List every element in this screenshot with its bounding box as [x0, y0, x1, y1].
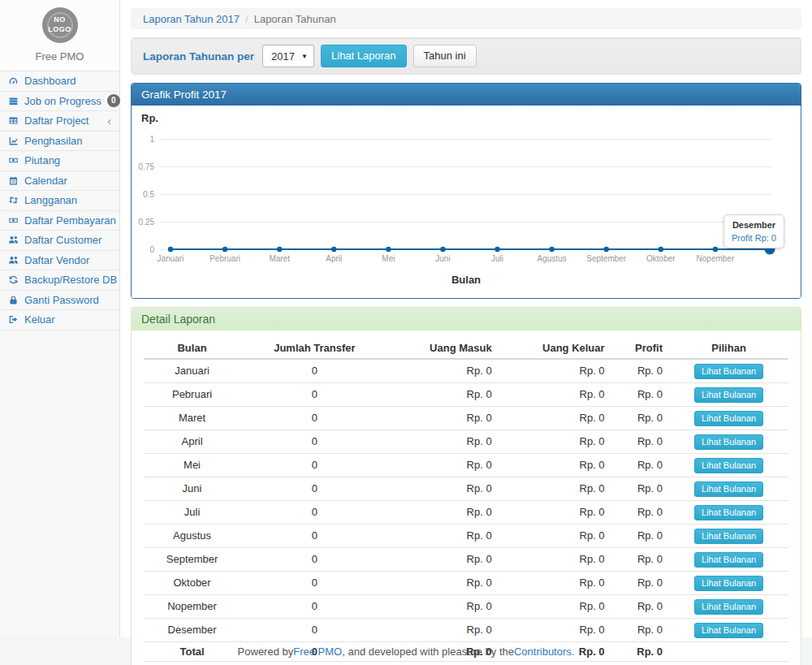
sidebar-item-dashboard[interactable]: Dashboard	[0, 71, 119, 92]
cell-uang-keluar: Rp. 0	[499, 619, 611, 642]
cell-uang-masuk: Rp. 0	[389, 572, 499, 595]
table-row: Juli0Rp. 0Rp. 0Rp. 0Lihat Bulanan	[144, 501, 788, 525]
x-tick-label: Juli	[491, 254, 503, 263]
lihat-bulanan-button[interactable]: Lihat Bulanan	[694, 458, 763, 473]
cell-jumlah-transfer: 0	[240, 477, 389, 501]
calendar-icon	[8, 175, 19, 186]
sidebar-item-label: Daftar Customer	[24, 234, 102, 246]
table-row: Maret0Rp. 0Rp. 0Rp. 0Lihat Bulanan	[144, 407, 788, 430]
cell-uang-keluar: Rp. 0	[499, 595, 611, 619]
cell-jumlah-transfer: 0	[240, 430, 389, 454]
cell-jumlah-transfer: 0	[240, 383, 389, 407]
refresh-icon	[8, 274, 19, 285]
detail-table: BulanJumlah TransferUang MasukUang Kelua…	[144, 339, 788, 662]
sidebar-item-label: Daftar Vendor	[24, 254, 89, 266]
cell-bulan: September	[144, 548, 240, 572]
cell-pilihan: Lihat Bulanan	[669, 548, 788, 572]
data-point-januari[interactable]	[168, 247, 173, 252]
lihat-bulanan-button[interactable]: Lihat Bulanan	[694, 411, 763, 426]
data-point-oktober[interactable]	[659, 247, 663, 252]
lihat-bulanan-button[interactable]: Lihat Bulanan	[694, 529, 763, 544]
cell-uang-masuk: Rp. 0	[389, 595, 499, 619]
sidebar-item-piutang[interactable]: Piutang	[0, 151, 119, 171]
cell-uang-keluar: Rp. 0	[499, 383, 611, 407]
lihat-bulanan-button[interactable]: Lihat Bulanan	[694, 364, 763, 379]
sidebar-item-job-on-progress[interactable]: Job on Progress0	[0, 92, 119, 112]
cell-profit: Rp. 0	[611, 501, 669, 525]
sidebar-item-daftar-pembayaran[interactable]: Daftar Pembayaran	[0, 211, 119, 231]
lihat-bulanan-button[interactable]: Lihat Bulanan	[694, 387, 763, 403]
cell-uang-masuk: Rp. 0	[389, 619, 499, 642]
cell-pilihan: Lihat Bulanan	[669, 595, 788, 619]
cell-uang-masuk: Rp. 0	[389, 430, 499, 454]
sidebar-item-label: Calendar	[24, 175, 67, 187]
cell-bulan: Nopember	[144, 595, 240, 619]
data-point-mei[interactable]	[386, 247, 391, 252]
table-row: Nopember0Rp. 0Rp. 0Rp. 0Lihat Bulanan	[144, 595, 788, 619]
breadcrumb-separator: /	[240, 13, 254, 25]
year-select[interactable]: 2017 ▼	[262, 45, 314, 67]
sign-out-icon	[8, 314, 19, 325]
cell-uang-keluar: Rp. 0	[499, 572, 611, 595]
chart-plot[interactable]: 10.750.50.250JanuariPebruariMaretAprilMe…	[161, 139, 771, 249]
cell-uang-masuk: Rp. 0	[389, 501, 499, 525]
sidebar-item-daftar-vendor[interactable]: Daftar Vendor	[0, 251, 119, 271]
lihat-bulanan-button[interactable]: Lihat Bulanan	[694, 505, 763, 520]
sidebar-item-backup-restore-db[interactable]: Backup/Restore DB	[0, 270, 119, 291]
cell-pilihan: Lihat Bulanan	[669, 383, 788, 407]
cell-pilihan	[669, 642, 788, 662]
table-row: Januari0Rp. 0Rp. 0Rp. 0Lihat Bulanan	[144, 359, 788, 383]
sidebar-item-daftar-customer[interactable]: Daftar Customer	[0, 231, 119, 251]
data-point-pebruari[interactable]	[222, 247, 227, 252]
no-logo-stamp: NO LOGO	[42, 7, 78, 43]
cell-profit: Rp. 0	[611, 454, 669, 477]
breadcrumb-link[interactable]: Laporan Tahun 2017	[143, 13, 240, 25]
sidebar-item-ganti-password[interactable]: Ganti Password	[0, 291, 119, 311]
count-badge: 0	[107, 94, 120, 107]
cell-profit: Rp. 0	[611, 548, 669, 572]
sidebar-item-calendar[interactable]: Calendar	[0, 171, 119, 192]
cell-jumlah-transfer: 0	[240, 619, 389, 642]
lihat-bulanan-button[interactable]: Lihat Bulanan	[694, 552, 763, 568]
lock-icon	[8, 295, 19, 305]
table-row: Mei0Rp. 0Rp. 0Rp. 0Lihat Bulanan	[144, 454, 788, 477]
cell-pilihan: Lihat Bulanan	[669, 430, 788, 454]
lihat-laporan-button[interactable]: Lihat Laporan	[321, 45, 407, 67]
report-toolbar: Laporan Tahunan per 2017 ▼ Lihat Laporan…	[131, 37, 801, 75]
sidebar-item-keluar[interactable]: Keluar	[0, 310, 119, 330]
cell-bulan: Januari	[144, 359, 240, 383]
cell-pilihan: Lihat Bulanan	[669, 619, 788, 642]
cell-bulan: Pebruari	[144, 383, 240, 407]
sidebar-item-label: Backup/Restore DB	[24, 274, 117, 286]
cell-profit: Rp. 0	[611, 477, 669, 501]
data-point-nopember[interactable]	[713, 247, 718, 252]
x-tick-label: September	[586, 254, 626, 263]
lihat-bulanan-button[interactable]: Lihat Bulanan	[694, 623, 763, 638]
cell-profit: Rp. 0	[611, 430, 669, 454]
cell-uang-keluar: Rp. 0	[499, 359, 611, 383]
cell-pilihan: Lihat Bulanan	[669, 359, 788, 383]
data-point-juni[interactable]	[440, 247, 445, 252]
cell-jumlah-transfer: 0	[240, 595, 389, 619]
sidebar-menu: DashboardJob on Progress0Daftar Project‹…	[0, 71, 119, 330]
sidebar-item-daftar-project[interactable]: Daftar Project‹	[0, 111, 119, 132]
cell-uang-keluar: Rp. 0	[499, 407, 611, 430]
x-tick-label: Oktober	[646, 254, 676, 263]
data-point-maret[interactable]	[277, 247, 282, 252]
footer-contributors-link[interactable]: Contributors.	[514, 646, 574, 658]
data-point-april[interactable]	[331, 247, 336, 252]
data-point-juli[interactable]	[495, 247, 499, 252]
data-point-agustus[interactable]	[549, 247, 554, 252]
tahun-ini-button[interactable]: Tahun ini	[413, 45, 477, 67]
lihat-bulanan-button[interactable]: Lihat Bulanan	[694, 481, 763, 497]
detail-table-wrapper: BulanJumlah TransferUang MasukUang Kelua…	[132, 330, 801, 665]
cell-uang-masuk: Rp. 0	[389, 525, 499, 548]
sidebar-item-langganan[interactable]: Langganan	[0, 191, 119, 211]
lihat-bulanan-button[interactable]: Lihat Bulanan	[694, 576, 763, 591]
data-point-september[interactable]	[604, 247, 609, 252]
sidebar-item-penghasilan[interactable]: Penghasilan	[0, 132, 119, 152]
footer-brand-link[interactable]: Free PMO	[293, 646, 342, 658]
lihat-bulanan-button[interactable]: Lihat Bulanan	[694, 434, 763, 450]
lihat-bulanan-button[interactable]: Lihat Bulanan	[694, 599, 763, 615]
x-tick-label: Juni	[435, 254, 450, 263]
